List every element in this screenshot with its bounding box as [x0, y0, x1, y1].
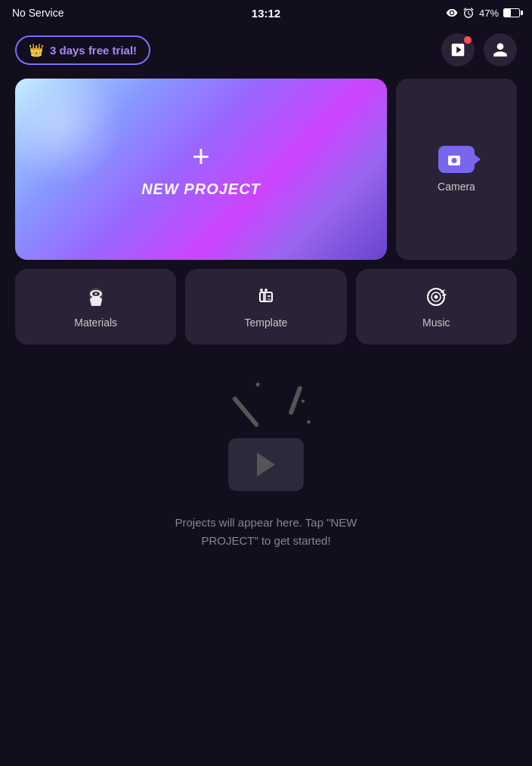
svg-point-11 — [260, 289, 263, 292]
trial-badge[interactable]: 👑 3 days free trial! — [15, 36, 150, 65]
svg-rect-7 — [263, 292, 266, 301]
materials-button[interactable]: Materials — [15, 269, 176, 344]
plus-icon: + — [192, 141, 209, 171]
eye-icon — [446, 7, 458, 19]
svg-point-1 — [452, 158, 457, 163]
star-2 — [301, 399, 305, 403]
trial-highlight: free — [88, 44, 110, 57]
new-project-button[interactable]: + NEW PROJECT — [15, 79, 387, 260]
svg-rect-9 — [268, 298, 271, 300]
new-project-label: NEW PROJECT — [141, 181, 261, 198]
header-icons — [441, 33, 517, 66]
battery-icon — [503, 8, 520, 17]
status-bar: No Service 13:12 47% — [0, 0, 532, 26]
profile-button[interactable] — [484, 33, 517, 66]
camera-icon-wrap — [438, 146, 475, 173]
template-icon — [254, 285, 278, 309]
play-triangle — [257, 452, 275, 477]
empty-state: Projects will appear here. Tap "NEW PROJ… — [0, 363, 532, 565]
battery-percent: 47% — [479, 8, 499, 19]
template-label: Template — [245, 317, 288, 329]
star-1 — [255, 381, 261, 388]
camera-label: Camera — [438, 181, 475, 193]
person-icon — [492, 42, 509, 58]
notifications-button[interactable] — [441, 33, 475, 66]
music-button[interactable]: Music — [356, 269, 517, 344]
materials-icon — [84, 285, 108, 309]
header: 👑 3 days free trial! — [0, 26, 532, 79]
empty-message: Projects will appear here. Tap "NEW PROJ… — [153, 514, 379, 550]
film-box — [228, 438, 304, 491]
star-3 — [306, 419, 311, 425]
time-text: 13:12 — [252, 7, 280, 20]
svg-rect-8 — [268, 295, 271, 297]
trial-text: 3 days free trial! — [50, 44, 137, 57]
empty-illustration — [206, 378, 326, 499]
wand-stick-2 — [288, 385, 302, 415]
action-row: Materials Template Music — [0, 269, 532, 344]
svg-point-14 — [435, 295, 438, 299]
status-indicators: 47% — [446, 7, 520, 19]
camera-icon — [447, 153, 466, 166]
wand-stick-1 — [232, 396, 260, 428]
camera-button[interactable]: Camera — [396, 79, 517, 260]
alarm-icon — [462, 7, 475, 19]
notification-dot — [464, 36, 472, 44]
video-play-icon — [450, 42, 466, 58]
crown-icon: 👑 — [29, 43, 44, 57]
music-label: Music — [422, 317, 450, 329]
materials-label: Materials — [74, 317, 117, 329]
carrier-text: No Service — [12, 7, 63, 19]
template-button[interactable]: Template — [185, 269, 346, 344]
svg-point-10 — [264, 289, 268, 292]
svg-point-5 — [94, 293, 97, 295]
main-grid: + NEW PROJECT Camera — [0, 79, 532, 260]
music-icon — [424, 285, 448, 309]
